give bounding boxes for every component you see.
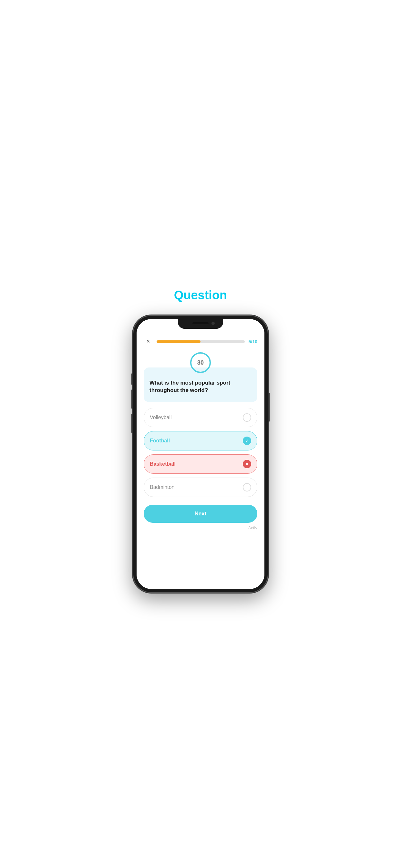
timer-circle: 30 (189, 351, 212, 374)
timer-number: 30 (197, 359, 204, 366)
progress-bar-container (157, 340, 245, 343)
option-badminton-indicator (243, 483, 251, 492)
option-football-label: Football (150, 438, 170, 444)
option-basketball-indicator: ✕ (243, 460, 251, 468)
phone-button-vol-down (131, 414, 133, 433)
option-football[interactable]: Football ✓ (144, 431, 257, 451)
phone-button-power (268, 393, 270, 422)
phone-mockup: × 5/10 30 What is the most popular (133, 315, 268, 593)
screen-content: × 5/10 30 What is the most popular (136, 319, 265, 589)
question-text: What is the most popular sport throughou… (150, 379, 251, 395)
timer-wrapper: 30 (144, 351, 257, 374)
phone-screen: × 5/10 30 What is the most popular (136, 319, 265, 589)
option-volleyball-label: Volleyball (150, 414, 172, 421)
notch-speaker (192, 322, 209, 324)
options-list: Volleyball Football ✓ Basketball ✕ Badmi… (144, 408, 257, 497)
next-button[interactable]: Next (144, 505, 257, 523)
option-basketball-label: Basketball (150, 461, 176, 467)
option-volleyball[interactable]: Volleyball (144, 408, 257, 427)
option-basketball[interactable]: Basketball ✕ (144, 454, 257, 474)
option-badminton-label: Badminton (150, 485, 175, 490)
option-volleyball-indicator (243, 413, 251, 422)
option-badminton[interactable]: Badminton (144, 477, 257, 497)
watermark: Activ (144, 525, 257, 530)
phone-button-vol-up (131, 390, 133, 409)
close-button[interactable]: × (144, 337, 153, 346)
option-football-indicator: ✓ (243, 437, 251, 445)
page-title: Question (174, 288, 227, 302)
notch (178, 319, 223, 329)
progress-bar-fill (157, 340, 201, 343)
top-bar: × 5/10 (144, 337, 257, 346)
notch-camera (212, 321, 215, 325)
phone-button-mute (131, 373, 133, 385)
progress-label: 5/10 (249, 339, 257, 344)
